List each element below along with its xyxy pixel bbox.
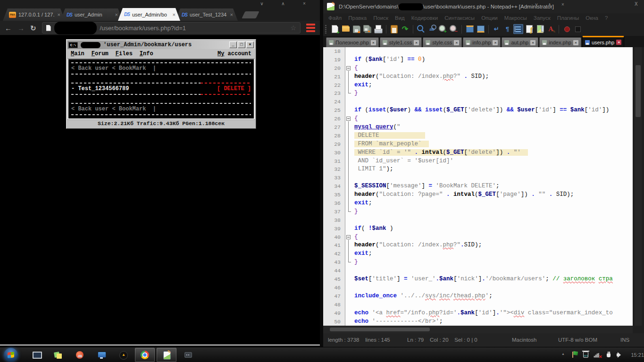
menubar-item[interactable]: Синтаксисы — [441, 15, 478, 21]
menubar-item[interactable]: Окна — [582, 15, 602, 21]
menubar-item[interactable]: Опции — [478, 15, 501, 21]
code-line[interactable]: 47include_once '../../sys/inc/thead.php'… — [323, 292, 633, 301]
fold-margin[interactable] — [345, 258, 351, 267]
code-line[interactable]: 46 — [323, 284, 633, 292]
fold-collapse-icon[interactable] — [346, 117, 351, 121]
fold-margin[interactable] — [345, 233, 351, 242]
document-tab[interactable]: info.php× — [463, 37, 501, 47]
word-wrap-icon[interactable] — [492, 24, 502, 34]
code-line[interactable]: 18 — [323, 47, 633, 56]
save-all-icon[interactable] — [362, 24, 372, 34]
find-icon[interactable] — [416, 24, 426, 34]
browser-tab[interactable]: DSuser_Admin/bo× — [118, 8, 180, 21]
code-line[interactable]: 32 LIMIT 1"); — [323, 165, 633, 174]
notepad-plus-plus-taskbar-button[interactable] — [157, 348, 176, 362]
tab-close-icon[interactable]: × — [530, 40, 535, 45]
restore-down-icon[interactable] — [465, 24, 475, 34]
reload-icon[interactable]: ↻ — [30, 25, 36, 32]
document-tab[interactable]: users.php× — [582, 36, 624, 47]
tab-close-icon[interactable]: × — [454, 40, 459, 45]
trash-icon[interactable] — [583, 352, 588, 358]
menubar-item[interactable]: Макросы — [501, 15, 530, 21]
fold-margin[interactable] — [345, 132, 351, 140]
new-tab-button[interactable] — [242, 11, 259, 18]
code-line[interactable]: 50echo '------------</br>'; — [323, 318, 633, 326]
zoom-out-icon[interactable] — [449, 24, 459, 34]
code-line[interactable]: 35header("Location: ?page=" . intval($_G… — [323, 191, 633, 199]
macro-stop-icon[interactable] — [573, 24, 583, 34]
code-line[interactable]: 45$set['title'] = 'user_'.$ank['nick'].'… — [323, 275, 633, 284]
code-line[interactable]: 28 DELETE — [323, 132, 633, 140]
chrome-browser-taskbar-button[interactable] — [135, 348, 155, 362]
document-map-icon[interactable] — [535, 24, 545, 34]
start-button[interactable] — [4, 348, 18, 362]
remote-viewer-taskbar-button[interactable] — [92, 348, 111, 362]
power-plug-icon[interactable] — [606, 352, 611, 358]
fold-margin[interactable] — [345, 241, 351, 250]
document-tab[interactable]: aut.php× — [502, 37, 538, 47]
code-line[interactable]: 20{ — [323, 64, 633, 73]
close-button[interactable]: × — [560, 2, 566, 7]
minimize-button[interactable]: _ — [229, 42, 237, 48]
forward-icon[interactable]: → — [17, 25, 25, 32]
network-error-icon[interactable] — [594, 352, 601, 358]
document-switcher-icon[interactable] — [546, 24, 556, 34]
tab-close-icon[interactable]: × — [173, 12, 176, 17]
restore-up-icon[interactable] — [476, 24, 485, 34]
delete-link[interactable]: [ DELETE ] — [217, 85, 251, 92]
menubar-item[interactable]: Плагины — [554, 15, 583, 21]
my-account-link[interactable]: My account — [217, 51, 251, 57]
fold-margin[interactable] — [345, 140, 351, 149]
minimize-button[interactable]: ∨ — [533, 2, 540, 7]
redo-icon[interactable] — [400, 24, 410, 34]
replace-icon[interactable] — [427, 24, 437, 34]
back-icon[interactable]: ← — [5, 25, 12, 32]
browser-tab[interactable]: DSuser_Admin× — [60, 8, 123, 21]
document-tab[interactable]: index.php× — [539, 37, 581, 47]
fold-margin[interactable] — [345, 182, 351, 191]
tray-expand-icon[interactable] — [562, 353, 567, 357]
code-line[interactable]: 36exit; — [323, 199, 633, 208]
terminal-menu-item[interactable]: Info — [140, 51, 153, 57]
messenger-app-taskbar-button[interactable] — [178, 348, 198, 362]
code-line[interactable]: 40{ — [323, 233, 633, 242]
openserver-flag-icon[interactable] — [572, 351, 578, 358]
sticky-notes-taskbar-button[interactable] — [48, 348, 68, 362]
vertical-scrollbar[interactable] — [635, 47, 642, 326]
scrollbar-thumb[interactable] — [636, 65, 641, 117]
fold-margin[interactable] — [345, 89, 351, 98]
code-line[interactable]: 38 — [323, 216, 633, 225]
code-editor[interactable]: 1819if ($ank['id'] == 0)20{21header("Loc… — [323, 47, 633, 326]
code-line[interactable]: 49echo '<a href="/info.php?id='.$ank['id… — [323, 309, 633, 318]
horizontal-scrollbar[interactable] — [323, 326, 633, 333]
code-line[interactable]: 44 — [323, 267, 633, 275]
code-line[interactable]: 37} — [323, 208, 633, 216]
maximize-button[interactable]: ∧ — [280, 1, 286, 6]
tab-close-icon[interactable]: × — [115, 12, 118, 17]
fold-collapse-icon[interactable] — [346, 66, 351, 70]
fold-margin[interactable] — [345, 81, 351, 90]
menubar-item[interactable]: Правка — [345, 15, 370, 21]
maximize-button[interactable]: ∧ — [546, 2, 553, 7]
browser-tab[interactable]: DSuser_Test_1234× — [176, 8, 238, 21]
paste-icon[interactable] — [389, 24, 399, 34]
minimize-button[interactable]: ∨ — [259, 1, 265, 6]
address-bar[interactable]: /user/bookmark/users.php?id=1 ☆ — [42, 22, 301, 34]
code-line[interactable]: 48 — [323, 301, 633, 309]
code-line[interactable]: 29 FROM `mark_people` — [323, 140, 633, 149]
fold-margin[interactable] — [345, 208, 351, 216]
show-all-chars-icon[interactable] — [502, 24, 512, 34]
code-line[interactable]: 42exit; — [323, 250, 633, 258]
maximize-button[interactable]: □ — [238, 42, 245, 48]
fold-margin[interactable] — [345, 174, 351, 182]
fold-collapse-icon[interactable] — [346, 235, 351, 239]
tab-close-icon[interactable]: × — [230, 12, 233, 17]
open-file-icon[interactable] — [341, 24, 351, 34]
code-line[interactable]: 34$_SESSION['message'] = 'BookMark DELET… — [323, 182, 633, 191]
bookmark-star-icon[interactable]: ☆ — [290, 24, 296, 32]
document-tab[interactable]: style1.css× — [380, 37, 422, 47]
terminal-menu-item[interactable]: Main — [71, 51, 84, 57]
code-line[interactable]: 23} — [323, 89, 633, 98]
performance-monitor-taskbar-button[interactable] — [26, 348, 46, 362]
menubar-item[interactable]: Кодировки — [408, 15, 441, 21]
